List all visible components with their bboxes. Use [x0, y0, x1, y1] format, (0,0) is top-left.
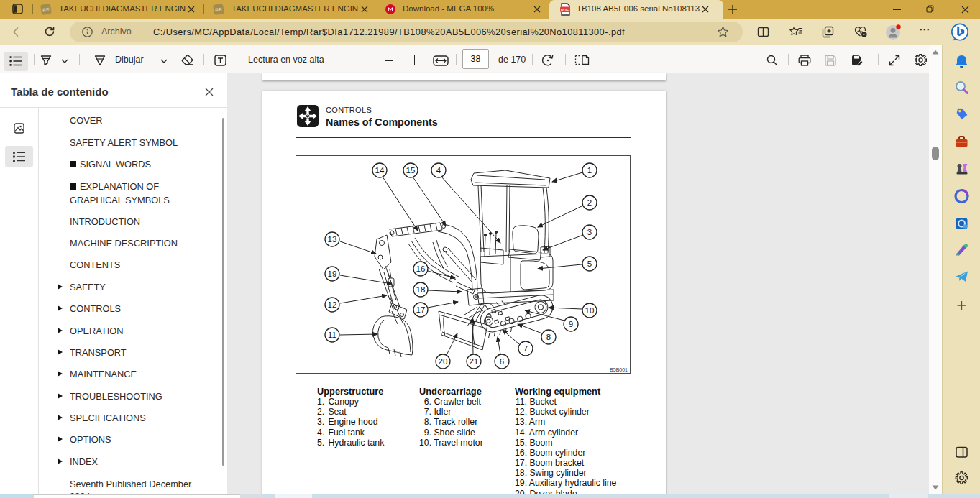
svg-text:1: 1	[587, 166, 592, 175]
svg-text:11: 11	[328, 331, 336, 339]
svg-text:6: 6	[500, 357, 504, 366]
svg-text:2: 2	[587, 198, 592, 207]
svg-text:12: 12	[328, 300, 337, 309]
svg-text:16: 16	[416, 264, 426, 273]
svg-text:5: 5	[587, 259, 592, 268]
svg-text:4: 4	[436, 166, 441, 175]
svg-text:17: 17	[416, 305, 426, 314]
svg-text:15: 15	[406, 166, 416, 175]
svg-text:21: 21	[470, 357, 479, 366]
svg-text:10: 10	[585, 306, 595, 315]
svg-text:8: 8	[546, 333, 551, 341]
svg-text:20: 20	[439, 357, 448, 366]
svg-text:RE: RE	[42, 6, 50, 12]
svg-text:13: 13	[328, 235, 337, 244]
svg-text:9: 9	[569, 320, 573, 328]
svg-text:14: 14	[375, 166, 385, 175]
svg-text:B5B001: B5B001	[610, 367, 628, 372]
svg-text:RE: RE	[215, 6, 223, 12]
svg-text:19: 19	[328, 269, 337, 278]
svg-text:7: 7	[523, 344, 528, 353]
svg-text:3: 3	[587, 228, 592, 236]
svg-text:PDF: PDF	[561, 8, 569, 12]
svg-text:18: 18	[416, 285, 426, 294]
